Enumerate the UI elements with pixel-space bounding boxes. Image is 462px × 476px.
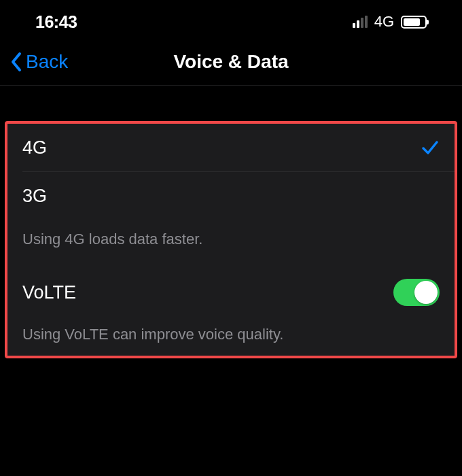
battery-icon bbox=[401, 16, 427, 29]
option-4g[interactable]: 4G bbox=[7, 124, 455, 171]
network-type-label: 4G bbox=[374, 13, 394, 31]
volte-group: VoLTE bbox=[7, 269, 455, 316]
chevron-left-icon bbox=[10, 51, 24, 73]
status-bar: 16:43 4G bbox=[0, 0, 462, 38]
option-label: 4G bbox=[22, 137, 47, 158]
navigation-bar: Back Voice & Data bbox=[0, 38, 462, 86]
checkmark-icon bbox=[421, 138, 440, 157]
back-label: Back bbox=[26, 51, 68, 73]
status-time: 16:43 bbox=[35, 12, 77, 32]
back-button[interactable]: Back bbox=[10, 51, 68, 73]
status-indicators: 4G bbox=[353, 13, 427, 31]
option-label: 3G bbox=[22, 186, 47, 207]
volte-label: VoLTE bbox=[22, 282, 76, 303]
volte-toggle[interactable] bbox=[393, 279, 440, 306]
network-mode-group: 4G 3G bbox=[7, 124, 455, 220]
content-area: 4G 3G Using 4G loads data faster. VoLTE … bbox=[0, 86, 462, 358]
signal-icon bbox=[353, 16, 368, 28]
volte-footer: Using VoLTE can improve voice quality. bbox=[7, 316, 455, 356]
highlight-annotation: 4G 3G Using 4G loads data faster. VoLTE … bbox=[5, 121, 457, 358]
page-title: Voice & Data bbox=[173, 51, 288, 73]
network-mode-footer: Using 4G loads data faster. bbox=[7, 220, 455, 269]
option-3g[interactable]: 3G bbox=[7, 172, 455, 220]
volte-row[interactable]: VoLTE bbox=[7, 269, 455, 316]
